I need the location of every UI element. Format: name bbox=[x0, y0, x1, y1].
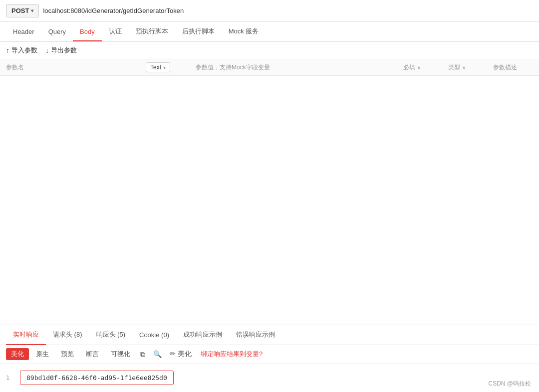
export-icon: ↓ bbox=[45, 46, 49, 54]
method-label: POST bbox=[11, 7, 29, 14]
response-tab-realtime[interactable]: 实时响应 bbox=[6, 325, 46, 345]
search-button[interactable]: 🔍 bbox=[150, 349, 165, 360]
tab-header[interactable]: Header bbox=[6, 23, 41, 41]
required-dropdown-arrow: ∨ bbox=[417, 65, 421, 70]
response-tab-response-headers[interactable]: 响应头 (5) bbox=[89, 325, 133, 345]
method-dropdown[interactable]: POST ▾ bbox=[6, 4, 39, 17]
params-body-area bbox=[0, 76, 539, 325]
copy-button[interactable]: ⧉ bbox=[137, 349, 148, 360]
response-tab-nav: 实时响应 请求头 (8) 响应头 (5) Cookie (0) 成功响应示例 错… bbox=[0, 325, 539, 345]
col-header-type-dropdown[interactable]: Text ▾ bbox=[146, 62, 196, 72]
url-input[interactable] bbox=[43, 7, 533, 14]
response-tab-cookie[interactable]: Cookie (0) bbox=[132, 326, 176, 345]
subtab-preview[interactable]: 预览 bbox=[56, 348, 79, 360]
response-content-area: 1 89bd1d0f-6628-46f0-ad95-1f1e6ee825d0 bbox=[0, 364, 539, 392]
subtab-beautify[interactable]: 美化 bbox=[6, 348, 29, 360]
col-header-type2: 类型 ∨ bbox=[448, 63, 493, 72]
url-bar: POST ▾ bbox=[0, 0, 539, 22]
type-dropdown[interactable]: Text ▾ bbox=[146, 62, 170, 72]
footer-credit: CSDN @码拉松 bbox=[488, 380, 531, 388]
tab-post-script[interactable]: 后执行脚本 bbox=[175, 22, 222, 42]
subtab-raw[interactable]: 原生 bbox=[31, 348, 54, 360]
import-params-label: 导入参数 bbox=[11, 46, 37, 55]
params-toolbar: ↑ 导入参数 ↓ 导出参数 bbox=[0, 42, 539, 59]
import-icon: ↑ bbox=[6, 46, 9, 54]
top-tab-nav: Header Query Body 认证 预执行脚本 后执行脚本 Mock 服务 bbox=[0, 22, 539, 42]
line-number: 1 bbox=[6, 375, 14, 382]
response-tab-error-example[interactable]: 错误响应示例 bbox=[229, 325, 282, 345]
col-header-desc: 参数描述 bbox=[493, 63, 533, 72]
subtab-visualize[interactable]: 可视化 bbox=[106, 348, 135, 360]
tab-mock[interactable]: Mock 服务 bbox=[222, 22, 266, 42]
col-header-name: 参数名 bbox=[6, 63, 146, 72]
response-subtab-bar: 美化 原生 预览 断言 可视化 ⧉ 🔍 ✏ 美化 绑定响应结果到变量? bbox=[0, 345, 539, 364]
response-section: 实时响应 请求头 (8) 响应头 (5) Cookie (0) 成功响应示例 错… bbox=[0, 325, 539, 392]
export-params-label: 导出参数 bbox=[51, 46, 77, 55]
type2-dropdown-arrow: ∨ bbox=[462, 65, 466, 70]
response-tab-success-example[interactable]: 成功响应示例 bbox=[176, 325, 229, 345]
method-chevron: ▾ bbox=[31, 8, 33, 13]
import-params-button[interactable]: ↑ 导入参数 bbox=[6, 46, 37, 55]
tab-body[interactable]: Body bbox=[73, 23, 102, 41]
subtab-assert[interactable]: 断言 bbox=[81, 348, 104, 360]
response-tab-request-headers[interactable]: 请求头 (8) bbox=[46, 325, 89, 345]
bind-var-link[interactable]: 绑定响应结果到变量? bbox=[201, 350, 263, 359]
export-params-button[interactable]: ↓ 导出参数 bbox=[45, 46, 77, 55]
response-line-1: 1 89bd1d0f-6628-46f0-ad95-1f1e6ee825d0 bbox=[6, 369, 533, 387]
params-header-row: 参数名 Text ▾ 参数值，支持Mock字段变量 必填 ∨ 类型 ∨ 参数描述 bbox=[0, 59, 539, 76]
tab-auth[interactable]: 认证 bbox=[102, 22, 129, 42]
response-value: 89bd1d0f-6628-46f0-ad95-1f1e6ee825d0 bbox=[20, 371, 174, 385]
col-header-required: 必填 ∨ bbox=[403, 63, 448, 72]
tab-pre-script[interactable]: 预执行脚本 bbox=[129, 22, 175, 42]
type-dropdown-arrow: ▾ bbox=[163, 65, 166, 70]
col-header-value: 参数值，支持Mock字段变量 bbox=[196, 63, 403, 72]
tab-query[interactable]: Query bbox=[41, 23, 73, 41]
beautify-button[interactable]: ✏ 美化 bbox=[167, 348, 195, 360]
